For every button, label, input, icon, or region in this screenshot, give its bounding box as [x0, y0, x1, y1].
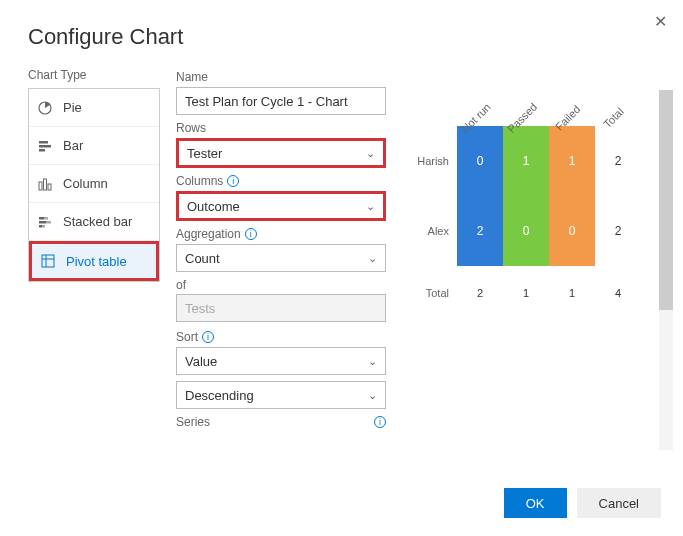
pivot-cell-total: 2 — [595, 126, 641, 196]
close-button[interactable]: ✕ — [654, 12, 667, 31]
row-label: Harish — [401, 126, 457, 196]
pivot-cell: 2 — [457, 196, 503, 266]
sort-label: Sort i — [176, 330, 401, 344]
row-label: Alex — [401, 196, 457, 266]
info-icon[interactable]: i — [227, 175, 239, 187]
sort-direction-select[interactable]: Descending ⌄ — [176, 381, 386, 409]
chart-type-panel: Chart Type Pie Bar Column Stacked bar — [28, 68, 168, 442]
info-icon[interactable]: i — [202, 331, 214, 343]
rows-label: Rows — [176, 121, 401, 135]
row-label-total: Total — [401, 266, 457, 320]
chart-type-pie-label: Pie — [63, 100, 82, 115]
col-header-total: Total — [595, 76, 641, 126]
aggregation-select[interactable]: Count ⌄ — [176, 244, 386, 272]
columns-value: Outcome — [187, 199, 240, 214]
chevron-down-icon: ⌄ — [368, 389, 377, 402]
pivot-total-cell: 1 — [503, 266, 549, 320]
svg-rect-11 — [39, 225, 42, 228]
pivot-cell: 0 — [457, 126, 503, 196]
chart-type-pie[interactable]: Pie — [29, 89, 159, 127]
name-label: Name — [176, 70, 401, 84]
pivot-total-cell: 4 — [595, 266, 641, 320]
col-header-notrun: Not run — [457, 76, 503, 126]
chart-type-bar-label: Bar — [63, 138, 83, 153]
svg-rect-10 — [46, 221, 51, 224]
chevron-down-icon: ⌄ — [368, 252, 377, 265]
chart-type-pivot-label: Pivot table — [66, 254, 127, 269]
svg-rect-3 — [39, 149, 45, 152]
col-header-passed: Passed — [503, 76, 549, 126]
pivot-cell-total: 2 — [595, 196, 641, 266]
svg-rect-2 — [39, 145, 51, 148]
pivot-cell: 0 — [503, 196, 549, 266]
pivot-cell: 1 — [503, 126, 549, 196]
bar-icon — [37, 138, 53, 154]
chart-type-stacked-bar[interactable]: Stacked bar — [29, 203, 159, 241]
ok-button[interactable]: OK — [504, 488, 567, 518]
chevron-down-icon: ⌄ — [366, 200, 375, 213]
svg-rect-6 — [48, 184, 51, 190]
pivot-cell: 1 — [549, 126, 595, 196]
sort-direction-value: Descending — [185, 388, 254, 403]
rows-select[interactable]: Tester ⌄ — [176, 138, 386, 168]
col-header-failed: Failed — [549, 76, 595, 126]
scrollbar-thumb[interactable] — [659, 90, 673, 310]
dialog-footer: OK Cancel — [504, 488, 661, 518]
svg-rect-9 — [39, 221, 46, 224]
pivot-total-cell: 1 — [549, 266, 595, 320]
chevron-down-icon: ⌄ — [368, 355, 377, 368]
svg-rect-7 — [39, 217, 44, 220]
svg-rect-1 — [39, 141, 48, 144]
aggregation-label: Aggregation i — [176, 227, 401, 241]
of-input: Tests — [176, 294, 386, 322]
rows-value: Tester — [187, 146, 222, 161]
columns-select[interactable]: Outcome ⌄ — [176, 191, 386, 221]
cancel-button[interactable]: Cancel — [577, 488, 661, 518]
svg-rect-13 — [42, 255, 54, 267]
chart-type-column-label: Column — [63, 176, 108, 191]
svg-rect-8 — [44, 217, 48, 220]
of-label: of — [176, 278, 401, 292]
config-panel: Name Test Plan for Cycle 1 - Chart Rows … — [176, 68, 401, 442]
chevron-down-icon: ⌄ — [366, 147, 375, 160]
pivot-total-cell: 2 — [457, 266, 503, 320]
chart-type-column[interactable]: Column — [29, 165, 159, 203]
info-icon[interactable]: i — [374, 416, 386, 428]
pie-icon — [37, 100, 53, 116]
series-label: Series i — [176, 415, 386, 429]
stacked-bar-icon — [37, 214, 53, 230]
info-icon[interactable]: i — [245, 228, 257, 240]
chart-preview: Not run Passed Failed Total Harish 0 1 1… — [401, 68, 683, 442]
svg-rect-12 — [42, 225, 45, 228]
chart-type-stacked-label: Stacked bar — [63, 214, 132, 229]
columns-label: Columns i — [176, 174, 401, 188]
sort-field-value: Value — [185, 354, 217, 369]
sort-field-select[interactable]: Value ⌄ — [176, 347, 386, 375]
dialog-title: Configure Chart — [0, 0, 683, 68]
name-input[interactable]: Test Plan for Cycle 1 - Chart — [176, 87, 386, 115]
column-icon — [37, 176, 53, 192]
configure-chart-dialog: ✕ Configure Chart Chart Type Pie Bar Col… — [0, 0, 683, 536]
pivot-table-preview: Not run Passed Failed Total Harish 0 1 1… — [401, 76, 683, 320]
svg-rect-4 — [39, 182, 42, 190]
pivot-table-icon — [40, 253, 56, 269]
scrollbar[interactable] — [659, 90, 673, 450]
chart-type-bar[interactable]: Bar — [29, 127, 159, 165]
aggregation-value: Count — [185, 251, 220, 266]
svg-rect-5 — [44, 179, 47, 190]
chart-type-list: Pie Bar Column Stacked bar Pivot table — [28, 88, 160, 282]
chart-type-pivot-table[interactable]: Pivot table — [29, 241, 159, 281]
pivot-cell: 0 — [549, 196, 595, 266]
chart-type-label: Chart Type — [28, 68, 168, 82]
